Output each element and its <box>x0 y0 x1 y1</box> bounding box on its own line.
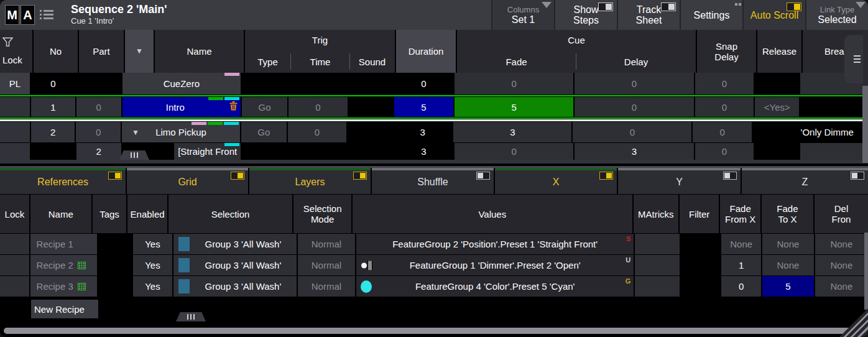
filter-cell[interactable] <box>681 255 720 275</box>
col-header-enabled[interactable]: Enabled <box>127 195 167 233</box>
selection-cell[interactable]: Group 3 'All Wash' <box>173 255 297 275</box>
trig-time-cell[interactable]: 0 <box>289 97 348 117</box>
lock-cell[interactable] <box>0 143 30 160</box>
settings-button[interactable]: Settings <box>680 0 742 30</box>
name-cell[interactable]: CueZero <box>122 73 241 95</box>
part-cell[interactable]: 2 <box>76 143 121 160</box>
cue-row-2[interactable]: 2 0 ▼ Limo Pickup Go 0 3 3 0 0 'Only Dim… <box>0 122 868 142</box>
tab-toggle-icon[interactable] <box>353 172 367 180</box>
tab-toggle-icon[interactable] <box>723 172 737 180</box>
delay-from-x-cell[interactable]: None <box>815 255 868 275</box>
trig-type-cell[interactable] <box>242 143 287 160</box>
tab-toggle-icon[interactable] <box>108 172 122 180</box>
col-header-lock[interactable]: Lock <box>0 30 32 73</box>
col-header-trig-sound[interactable]: Sound <box>350 50 394 73</box>
recipe-name-cell[interactable]: Recipe 2 <box>30 255 97 275</box>
name-cell[interactable]: ▼ Limo Pickup <box>122 122 240 142</box>
cue-vertical-scrollbar[interactable] <box>862 30 868 159</box>
col-header-delay-from-x[interactable]: Del Fron <box>815 195 868 233</box>
selection-mode-cell[interactable]: Normal <box>298 276 355 297</box>
tab-toggle-icon[interactable] <box>599 172 613 180</box>
no-cell[interactable]: 0 <box>31 73 75 95</box>
part-cell[interactable] <box>76 73 121 95</box>
col-header-tags[interactable]: Tags <box>93 195 127 233</box>
fade-from-x-cell[interactable]: 0 <box>721 276 761 297</box>
link-type-button[interactable]: Link Type Selected <box>805 0 868 30</box>
delay-cell[interactable]: 0 <box>575 97 694 117</box>
col-header-filter[interactable]: Filter <box>680 195 719 233</box>
col-header-delay[interactable]: Delay <box>576 50 696 73</box>
filter-cell[interactable] <box>681 276 720 297</box>
recipe-row-2[interactable]: Recipe 2 Yes Group 3 'All Wash' Normal <box>0 255 868 275</box>
delay-cell[interactable]: 0 <box>575 73 694 95</box>
fade-from-x-cell[interactable]: 1 <box>721 255 761 275</box>
snap-delay-cell[interactable]: 0 <box>695 73 754 95</box>
recipe-row-3[interactable]: Recipe 3 Yes Group 3 'All Wash' Normal <box>0 276 868 297</box>
cue-scroll-grip[interactable] <box>844 35 863 83</box>
release-cell[interactable] <box>755 143 799 160</box>
break-cell[interactable] <box>800 97 868 117</box>
selection-mode-cell[interactable]: Normal <box>298 234 355 254</box>
cue-row-1-current[interactable]: 1 0 Intro Go 0 <box>0 97 868 117</box>
break-cell[interactable]: 'Only Dimme <box>798 122 868 142</box>
col-header-duration[interactable]: Duration <box>396 30 456 73</box>
recipe-row-1[interactable]: Recipe 1 Yes Group 3 'All Wash' Normal F… <box>0 234 868 254</box>
col-header-name[interactable]: Name <box>155 30 244 73</box>
tab-layers[interactable]: Layers <box>249 168 371 194</box>
lock-cell[interactable]: PL <box>0 73 30 95</box>
tab-shuffle[interactable]: Shuffle <box>372 168 494 194</box>
selection-cell[interactable]: Group 3 'All Wash' <box>173 276 297 297</box>
duration-cell-selected[interactable]: 5 <box>394 97 454 117</box>
tags-cell[interactable] <box>98 234 132 254</box>
enabled-cell[interactable]: Yes <box>133 255 172 275</box>
columns-set-button[interactable]: Columns Set 1 <box>491 0 554 30</box>
fade-from-x-cell[interactable]: None <box>721 234 761 254</box>
release-cell[interactable] <box>753 122 797 142</box>
h-scroll-grip[interactable] <box>119 150 149 160</box>
duration-cell[interactable]: 3 <box>394 143 454 160</box>
ma-logo[interactable]: M A <box>5 5 35 25</box>
values-cell[interactable]: FeatureGroup 4 'Color'.Preset 5 'Cyan' G <box>356 276 634 297</box>
col-header-fade-to-x[interactable]: Fade To X <box>762 195 813 233</box>
no-cell[interactable] <box>31 143 75 160</box>
recipe-name-cell[interactable]: Recipe 1 <box>30 234 97 254</box>
snap-delay-cell[interactable]: 0 <box>695 143 754 160</box>
recipe-vertical-scrollbar[interactable] <box>864 233 868 310</box>
fade-to-x-cell[interactable]: None <box>762 234 813 254</box>
enabled-cell[interactable]: Yes <box>133 234 172 254</box>
no-cell[interactable]: 2 <box>31 122 75 142</box>
collapse-arrow-icon[interactable]: ▼ <box>132 128 139 137</box>
duration-cell[interactable]: 3 <box>393 122 453 142</box>
selection-cell[interactable]: Group 3 'All Wash' <box>173 234 297 254</box>
trig-type-cell[interactable]: Go <box>242 97 287 117</box>
trig-time-cell[interactable]: 0 <box>288 122 347 142</box>
col-header-no[interactable]: No <box>34 30 78 73</box>
col-header-trig-time[interactable]: Time <box>291 50 349 73</box>
trig-sound-cell[interactable] <box>349 73 393 95</box>
trig-sound-cell[interactable] <box>349 143 393 160</box>
tab-toggle-icon[interactable] <box>476 172 490 180</box>
values-cell[interactable]: FeatureGroup 1 'Dimmer'.Preset 2 'Open' … <box>356 255 634 275</box>
list-menu-icon[interactable] <box>40 9 55 23</box>
cue-row-0[interactable]: PL 0 CueZero 0 0 0 0 <box>0 73 868 95</box>
lock-cell[interactable] <box>0 234 29 254</box>
lock-cell[interactable] <box>0 97 30 117</box>
delay-from-x-cell[interactable]: None <box>815 276 868 297</box>
tab-toggle-icon[interactable] <box>231 172 244 180</box>
trig-sound-cell[interactable] <box>348 122 392 142</box>
show-steps-button[interactable]: Show Steps <box>554 0 617 30</box>
fade-cell[interactable]: 3 <box>453 122 571 142</box>
fade-cell[interactable]: 0 <box>455 143 573 160</box>
enabled-cell[interactable]: Yes <box>133 276 172 297</box>
new-recipe-button[interactable]: New Recipe <box>31 300 98 318</box>
break-cell[interactable] <box>800 143 868 160</box>
tab-x[interactable]: X <box>495 168 617 194</box>
tab-toggle-icon[interactable] <box>851 172 864 180</box>
snap-delay-cell[interactable]: 0 <box>693 122 752 142</box>
values-cell[interactable]: FeatureGroup 2 'Position'.Preset 1 'Stra… <box>356 234 634 254</box>
col-header-snap-delay[interactable]: Snap Delay <box>697 30 756 73</box>
tags-cell[interactable] <box>98 255 132 275</box>
col-header-fade-from-x[interactable]: Fade From X <box>720 195 760 233</box>
matricks-cell[interactable] <box>635 255 680 275</box>
col-header-trig-type[interactable]: Type <box>245 50 290 73</box>
